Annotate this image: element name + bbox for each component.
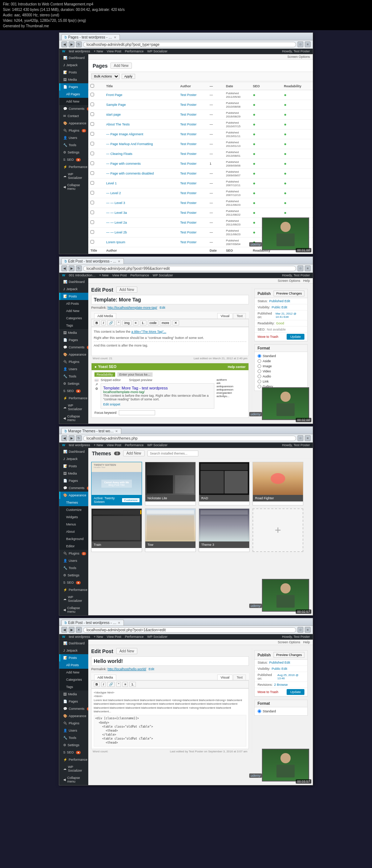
sidebar-tools-4[interactable]: 🔧Tools: [59, 734, 88, 741]
sidebar-item-plugins-1[interactable]: 🔌Plugins0: [59, 127, 88, 134]
bold-btn-4[interactable]: B: [94, 682, 100, 687]
format-link-2[interactable]: Link: [258, 379, 304, 384]
preview-btn-2[interactable]: Preview Changes: [274, 291, 304, 296]
tab-close-1[interactable]: ✕: [114, 36, 117, 39]
sidebar-dashboard-3[interactable]: 📊Dashboard: [59, 448, 88, 455]
italic-btn-4[interactable]: I: [101, 682, 106, 687]
format-image-2[interactable]: Image: [258, 364, 304, 369]
sidebar-all-posts-4[interactable]: All Posts: [59, 661, 88, 669]
help-center-2[interactable]: Help center: [228, 365, 246, 369]
permalink-url-2[interactable]: http://localhost/template-more-tag/: [108, 306, 157, 309]
menu-btn-2[interactable]: ≡: [305, 265, 311, 271]
page-title-0[interactable]: Front Page: [106, 93, 122, 97]
sidebar-categories-2[interactable]: Categories: [59, 315, 88, 322]
row-checkbox-1[interactable]: [90, 103, 94, 106]
focus-tab-2[interactable]: Enter your focus ke...: [117, 372, 153, 377]
theme-add-card-3[interactable]: +: [252, 508, 303, 552]
topbar-new-4[interactable]: + New: [94, 635, 103, 639]
sidebar-item-posts-1[interactable]: 📝Posts: [59, 69, 88, 76]
edit-snippet-btn-2[interactable]: Edit snippet: [103, 403, 120, 406]
help-label-4[interactable]: Help: [303, 640, 310, 644]
refresh-btn-3[interactable]: ↻: [76, 435, 82, 441]
row-checkbox-6[interactable]: [90, 152, 94, 155]
page-author-3[interactable]: Test Poster: [180, 123, 197, 126]
address-bar-1[interactable]: localhost/wp-admin/edit.php?post_type=pa…: [83, 42, 296, 47]
sidebar-jetpack-3[interactable]: JJetpack: [59, 455, 88, 463]
sidebar-pages-4[interactable]: 📄Pages: [59, 698, 88, 705]
star-btn-1[interactable]: ☆: [298, 41, 303, 47]
topbar-new-2[interactable]: + New: [99, 273, 109, 277]
help-label-2[interactable]: Help: [303, 279, 310, 283]
topbar-viewpost-4[interactable]: View Post: [107, 635, 121, 639]
tab-close-3[interactable]: ✕: [115, 429, 118, 433]
star-btn-3[interactable]: ☆: [298, 435, 303, 441]
sidebar-pages-2[interactable]: 📄Pages: [59, 336, 88, 344]
sidebar-item-performance-1[interactable]: ⚡Performance: [59, 163, 88, 171]
row-checkbox-8[interactable]: [90, 171, 94, 175]
sidebar-jetpack-4[interactable]: JJetpack: [59, 647, 88, 654]
permalink-url-4[interactable]: http://localhost/hello-world/: [108, 667, 146, 671]
sidebar-about-3[interactable]: About: [59, 528, 88, 535]
row-checkbox-0[interactable]: [90, 93, 94, 96]
topbar-social-4[interactable]: WP Socializer: [147, 635, 167, 639]
sidebar-performance-4[interactable]: ⚡Performance: [59, 756, 88, 763]
topbar-social-2[interactable]: WP Socializer: [153, 273, 173, 277]
published-value-4[interactable]: Aug 25, 2016 @ 13:46: [278, 673, 304, 680]
sidebar-menus-3[interactable]: Menus: [59, 521, 88, 528]
topbar-performance-1[interactable]: Performance: [125, 49, 144, 53]
back-btn-1[interactable]: ◀: [61, 41, 67, 47]
topbar-perf-4[interactable]: Performance: [125, 635, 144, 639]
page-title-15[interactable]: Lorem Ipsum: [106, 240, 125, 244]
theme-card-train[interactable]: New version available. Update now Train: [91, 508, 142, 552]
sidebar-posts-3[interactable]: 📝Posts: [59, 463, 88, 470]
topbar-viewpost-2[interactable]: View Post: [112, 273, 127, 277]
sidebar-themes-3[interactable]: Themes: [59, 499, 88, 506]
sidebar-settings-4[interactable]: ⚙Settings: [59, 741, 88, 749]
sidebar-appearance-3[interactable]: 🎨Appearance: [59, 492, 88, 499]
page-title-9[interactable]: Level 1: [106, 181, 117, 185]
topbar-view-post-1[interactable]: View Post: [107, 49, 121, 53]
page-author-11[interactable]: Test Poster: [180, 201, 197, 205]
forward-btn-3[interactable]: ▶: [69, 435, 74, 441]
row-checkbox-11[interactable]: [90, 201, 94, 204]
sidebar-item-all-pages-1[interactable]: All Pages: [59, 91, 88, 98]
topbar-viewpost-3[interactable]: View Post: [107, 443, 121, 447]
sidebar-item-settings-1[interactable]: ⚙Settings: [59, 149, 88, 156]
ol-btn-2[interactable]: 1.: [140, 320, 146, 325]
sidebar-users-2[interactable]: 👤Users: [59, 365, 88, 373]
sidebar-collapse-4[interactable]: ◀Collapse menu: [59, 774, 88, 785]
sidebar-widgets-3[interactable]: Widgets: [59, 513, 88, 521]
page-title-2[interactable]: start page: [106, 113, 121, 116]
apply-btn-1[interactable]: Apply: [122, 74, 135, 79]
format-aside-2[interactable]: Aside: [258, 359, 304, 364]
ul-btn-4[interactable]: ≡: [122, 682, 128, 687]
add-media-btn-4[interactable]: Add Media: [94, 675, 116, 680]
move-to-trash-2[interactable]: Move to Trash: [258, 335, 278, 339]
sidebar-customize-3[interactable]: Customize: [59, 506, 88, 513]
page-title-6[interactable]: — Clearing Floats: [106, 152, 132, 156]
tab-visual-2[interactable]: Visual: [217, 313, 232, 319]
row-checkbox-10[interactable]: [90, 191, 94, 195]
star-btn-4[interactable]: ☆: [298, 627, 303, 633]
forward-btn-4[interactable]: ▶: [69, 627, 74, 633]
page-author-4[interactable]: Test Poster: [180, 132, 197, 136]
sidebar-jetpack-2[interactable]: JJetpack: [59, 285, 88, 293]
theme-card-tow[interactable]: Tow: [145, 508, 196, 552]
screen-options-label-2[interactable]: Screen Options: [278, 279, 300, 283]
img-btn-2[interactable]: img: [122, 320, 132, 325]
format-audio-2[interactable]: Audio: [258, 374, 304, 379]
ul-btn-2[interactable]: ≡: [133, 320, 138, 325]
topbar-perf-2[interactable]: Performance: [130, 273, 149, 277]
topbar-site-2[interactable]: 001 Introduction…: [69, 273, 96, 277]
sidebar-item-wpsocializer-1[interactable]: ☁WP Socializer: [59, 171, 88, 181]
visibility-value-2[interactable]: Public Edit: [272, 305, 287, 309]
tab-text-4[interactable]: Text: [233, 675, 246, 680]
menu-btn-4[interactable]: ≡: [305, 627, 311, 633]
sidebar-plugins-3[interactable]: 🔌Plugins0: [59, 550, 88, 557]
page-author-2[interactable]: Test Poster: [180, 113, 197, 116]
revision-value-4[interactable]: 2 Browse: [274, 683, 288, 687]
row-checkbox-2[interactable]: [90, 112, 94, 116]
sidebar-seo-4[interactable]: SSEO●: [59, 749, 88, 756]
sidebar-plugins-2[interactable]: 🔌Plugins: [59, 358, 88, 365]
readability-tab-2[interactable]: Readability: [94, 372, 115, 377]
